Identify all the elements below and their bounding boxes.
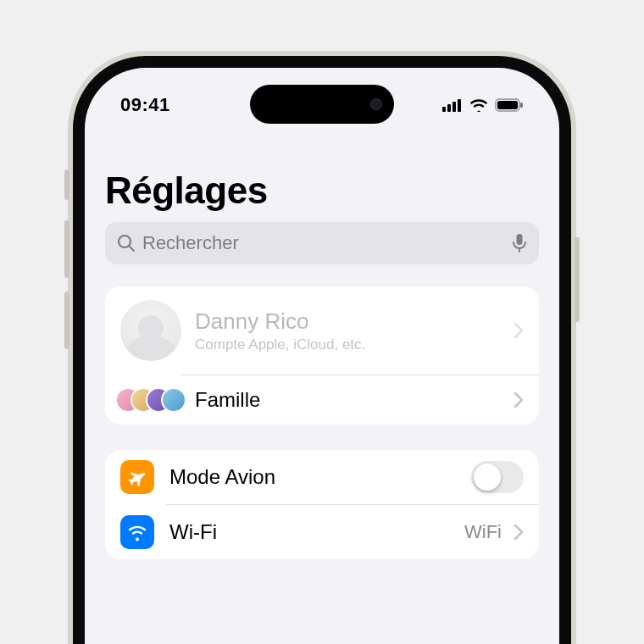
svg-rect-5 [497,101,518,109]
svg-rect-3 [458,99,461,112]
side-button [64,169,69,200]
svg-line-8 [129,246,134,251]
phone-frame: 09:41 [68,51,576,644]
svg-rect-2 [452,102,456,112]
status-time: 09:41 [120,94,170,116]
wifi-value: WiFi [464,521,502,543]
settings-content: Réglages Rechercher [85,68,559,559]
toggle-knob [474,464,501,491]
family-row[interactable]: Famille [105,375,539,425]
svg-rect-9 [517,234,523,245]
page-title: Réglages [105,169,539,212]
airplane-mode-row[interactable]: Mode Avion [105,450,539,504]
chevron-right-icon [514,391,524,408]
connectivity-group: Mode Avion [105,450,539,559]
avatar [120,300,181,361]
wifi-settings-icon [120,515,154,549]
wifi-row[interactable]: Wi-Fi WiFi [105,505,539,559]
dynamic-island [250,85,394,124]
wifi-icon [469,98,488,112]
battery-icon [495,98,524,112]
apple-id-row[interactable]: Danny Rico Compte Apple, iCloud, etc. [105,286,539,375]
volume-up-button [64,220,69,278]
search-placeholder: Rechercher [142,232,505,254]
screen: 09:41 [85,68,559,644]
microphone-icon[interactable] [512,233,527,253]
family-member-avatar [161,387,186,413]
profile-subtitle: Compte Apple, iCloud, etc. [195,336,507,353]
wifi-label: Wi-Fi [169,520,464,544]
account-group: Danny Rico Compte Apple, iCloud, etc. [105,286,539,425]
svg-rect-1 [447,104,451,112]
airplane-icon [120,460,154,494]
chevron-right-icon [514,322,524,339]
profile-name: Danny Rico [195,308,507,335]
search-field[interactable]: Rechercher [105,222,539,264]
status-icons [442,98,524,112]
cellular-icon [442,98,463,112]
volume-down-button [64,291,69,349]
viewport: 09:41 [0,0,644,644]
svg-rect-0 [442,107,446,112]
profile-text: Danny Rico Compte Apple, iCloud, etc. [195,308,507,353]
power-button [575,237,580,322]
search-icon [117,234,136,253]
airplane-label: Mode Avion [169,465,471,489]
family-label: Famille [195,388,507,412]
phone-bezel: 09:41 [73,56,571,644]
chevron-right-icon [514,524,524,541]
family-avatars [120,387,181,413]
front-camera-icon [370,98,382,110]
svg-rect-6 [520,103,523,108]
airplane-toggle[interactable] [471,461,524,493]
